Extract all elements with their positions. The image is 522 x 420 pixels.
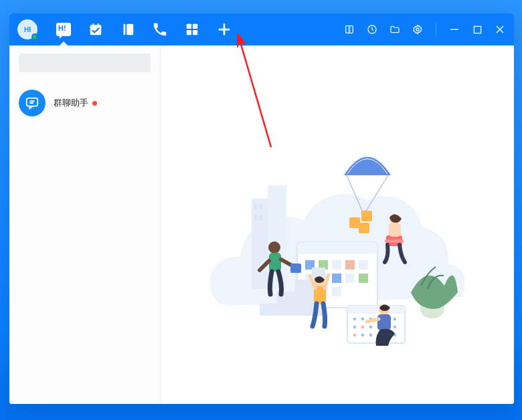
folder-icon <box>389 24 400 35</box>
svg-rect-6 <box>187 24 191 29</box>
main-nav: H! <box>56 22 232 37</box>
svg-rect-35 <box>359 223 369 233</box>
chat-icon: H! <box>56 23 71 36</box>
svg-rect-33 <box>349 217 360 228</box>
svg-rect-52 <box>347 306 405 314</box>
svg-point-58 <box>394 317 397 320</box>
search-container <box>9 45 160 78</box>
settings-button[interactable] <box>412 23 424 35</box>
svg-rect-29 <box>254 215 257 220</box>
nav-add[interactable] <box>217 22 232 37</box>
search-box[interactable] <box>19 54 151 72</box>
svg-rect-25 <box>252 199 268 289</box>
svg-rect-47 <box>359 274 368 283</box>
svg-rect-3 <box>98 23 99 27</box>
apps-grid-icon <box>185 22 199 37</box>
maximize-button[interactable] <box>471 23 483 35</box>
svg-point-65 <box>353 333 357 336</box>
close-button[interactable] <box>494 23 506 35</box>
svg-rect-2 <box>92 23 94 27</box>
svg-rect-8 <box>187 30 191 35</box>
svg-rect-41 <box>345 260 355 270</box>
screenshot-button[interactable] <box>343 23 355 35</box>
plus-icon <box>217 22 232 37</box>
chat-bubble-icon <box>25 96 39 110</box>
svg-point-15 <box>416 28 419 31</box>
title-bar: HI H! <box>9 13 514 45</box>
conversation-avatar <box>19 90 46 116</box>
svg-rect-28 <box>260 204 262 209</box>
svg-point-61 <box>369 325 373 328</box>
unread-indicator <box>92 101 97 106</box>
window-body: 群聊助手 <box>9 45 514 404</box>
svg-rect-5 <box>126 24 133 35</box>
svg-rect-40 <box>332 260 341 270</box>
nav-chat[interactable]: H! <box>56 22 71 37</box>
svg-point-76 <box>268 241 280 253</box>
main-content <box>161 45 514 404</box>
separator <box>436 23 436 35</box>
nav-phone[interactable] <box>153 22 167 37</box>
svg-rect-73 <box>389 223 401 237</box>
gear-icon <box>412 24 423 35</box>
svg-rect-1 <box>90 25 102 29</box>
nav-calendar[interactable] <box>88 22 103 37</box>
svg-rect-22 <box>27 98 38 106</box>
phone-icon <box>153 22 167 37</box>
svg-rect-78 <box>290 264 301 273</box>
svg-rect-42 <box>359 260 368 270</box>
conversation-list: 群聊助手 <box>9 78 160 404</box>
clock-icon <box>367 24 377 35</box>
minimize-icon <box>450 25 459 34</box>
svg-rect-77 <box>269 253 281 272</box>
svg-rect-4 <box>124 24 126 35</box>
svg-rect-30 <box>260 215 262 220</box>
screenshot-icon <box>344 24 355 35</box>
svg-rect-9 <box>193 30 197 35</box>
minimize-button[interactable] <box>448 23 460 35</box>
avatar-label: HI <box>24 26 31 33</box>
contacts-icon <box>120 22 135 37</box>
nav-contacts[interactable] <box>120 22 135 37</box>
svg-point-66 <box>361 333 365 336</box>
conversation-item[interactable]: 群聊助手 <box>9 84 160 122</box>
svg-point-20 <box>25 63 26 64</box>
active-tab-indicator <box>60 37 68 45</box>
close-icon <box>495 25 505 34</box>
svg-rect-37 <box>297 242 377 254</box>
maximize-icon <box>473 25 482 34</box>
empty-state-illustration <box>210 118 464 346</box>
svg-rect-34 <box>361 211 372 221</box>
svg-rect-7 <box>193 24 197 29</box>
sidebar: 群聊助手 <box>9 45 161 404</box>
calendar-icon <box>88 22 103 37</box>
nav-apps[interactable] <box>185 22 199 37</box>
svg-point-53 <box>353 317 357 320</box>
svg-rect-82 <box>377 314 391 330</box>
conversation-name: 群聊助手 <box>54 97 88 109</box>
svg-point-67 <box>369 333 373 336</box>
chat-icon-label: H! <box>58 24 66 32</box>
svg-rect-17 <box>474 26 481 33</box>
svg-rect-45 <box>332 274 341 283</box>
history-button[interactable] <box>366 23 378 35</box>
svg-rect-46 <box>345 274 355 283</box>
svg-rect-27 <box>254 204 257 209</box>
search-icon <box>25 58 26 68</box>
svg-rect-13 <box>349 26 349 33</box>
search-input[interactable] <box>31 58 144 68</box>
svg-point-54 <box>361 317 365 320</box>
files-button[interactable] <box>389 23 401 35</box>
app-window: HI H! <box>9 13 514 404</box>
svg-point-59 <box>353 325 357 328</box>
profile-avatar[interactable]: HI <box>17 19 37 39</box>
svg-point-64 <box>394 325 397 328</box>
svg-rect-75 <box>385 239 404 243</box>
svg-rect-50 <box>332 287 341 296</box>
system-controls <box>343 23 506 35</box>
presence-indicator <box>31 33 38 40</box>
svg-point-60 <box>361 325 365 328</box>
